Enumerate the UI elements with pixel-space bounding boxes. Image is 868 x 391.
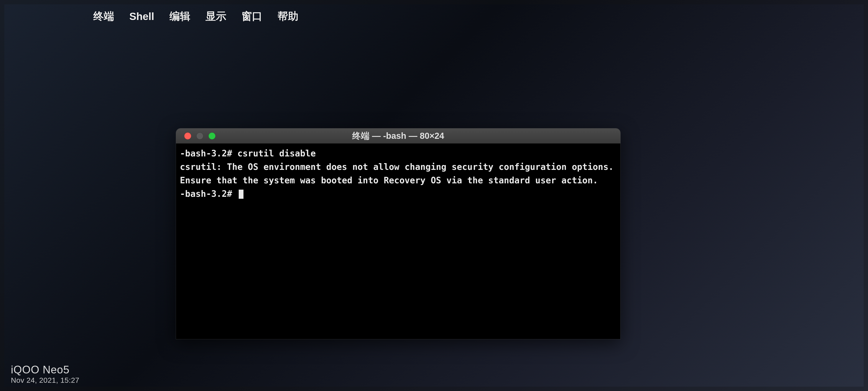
minimize-button[interactable] bbox=[196, 133, 203, 139]
cursor-icon bbox=[239, 190, 244, 199]
window-title: 终端 — -bash — 80×24 bbox=[176, 130, 620, 142]
output-line: Ensure that the system was booted into R… bbox=[180, 175, 598, 185]
terminal-body[interactable]: -bash-3.2# csrutil disable csrutil: The … bbox=[176, 144, 620, 339]
menu-terminal[interactable]: 终端 bbox=[93, 9, 114, 23]
menu-shell[interactable]: Shell bbox=[129, 10, 154, 22]
close-button[interactable] bbox=[184, 133, 191, 139]
menubar: 终端 Shell 编辑 显示 窗口 帮助 bbox=[0, 8, 868, 25]
output-line: csrutil: The OS environment does not all… bbox=[180, 162, 614, 172]
command-text: csrutil disable bbox=[238, 148, 316, 158]
menu-view[interactable]: 显示 bbox=[206, 9, 226, 23]
watermark-brand: iQOO Neo5 bbox=[11, 363, 80, 376]
maximize-button[interactable] bbox=[209, 133, 215, 139]
traffic-lights bbox=[176, 133, 215, 139]
terminal-window: 终端 — -bash — 80×24 -bash-3.2# csrutil di… bbox=[176, 128, 621, 339]
titlebar[interactable]: 终端 — -bash — 80×24 bbox=[176, 129, 620, 144]
photo-watermark: iQOO Neo5 Nov 24, 2021, 15:27 bbox=[11, 363, 80, 385]
watermark-timestamp: Nov 24, 2021, 15:27 bbox=[11, 376, 80, 384]
prompt: -bash-3.2# bbox=[180, 189, 238, 199]
menu-window[interactable]: 窗口 bbox=[242, 9, 262, 23]
prompt: -bash-3.2# bbox=[180, 148, 238, 158]
menu-edit[interactable]: 编辑 bbox=[169, 9, 190, 23]
menu-help[interactable]: 帮助 bbox=[278, 9, 299, 23]
